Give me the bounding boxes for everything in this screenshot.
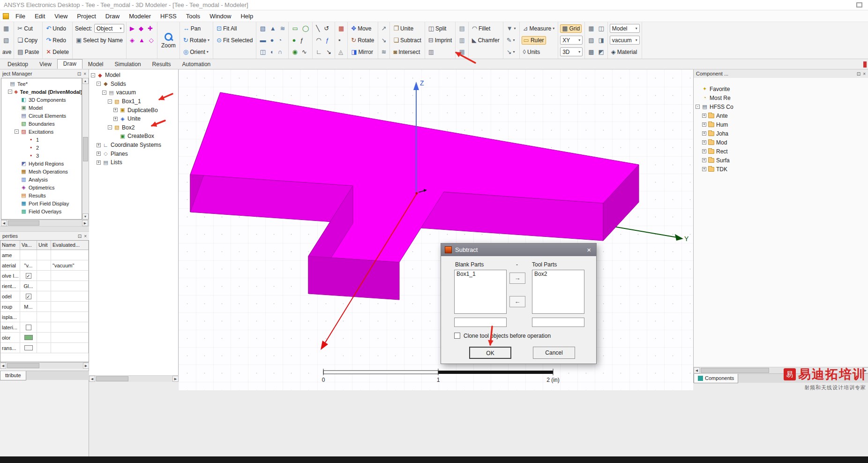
toolbar-item[interactable]: ▭ Ruler ▾ xyxy=(522,36,546,45)
toolbar-item[interactable]: ▲ ▾ xyxy=(137,37,146,44)
scroll-right-button[interactable]: ▶ xyxy=(172,376,179,382)
project-tree-item[interactable]: ◩ Hybrid Regions xyxy=(2,159,81,167)
component-tree-item[interactable]: + Joha xyxy=(695,129,867,138)
toolbar-item[interactable]: ✎ ▾ xyxy=(505,37,516,44)
subtract-dialog-titlebar[interactable]: Subtract × xyxy=(441,243,596,256)
toolbar-item[interactable]: ↘ ▾ xyxy=(380,37,388,44)
property-row[interactable]: olve I... ✓ xyxy=(0,271,89,281)
scroll-up-button[interactable]: ▲ xyxy=(82,78,89,84)
component-tree-item[interactable]: + Rect xyxy=(695,147,867,156)
property-row[interactable]: roup M... xyxy=(0,302,89,312)
toolbar-item[interactable]: ∩ ▾ xyxy=(277,48,284,55)
move-to-tool-button[interactable]: → xyxy=(509,273,525,284)
toolbar-item[interactable]: ≋ ▾ xyxy=(380,48,388,55)
scroll-right-button[interactable]: ▶ xyxy=(83,363,89,369)
expand-toggle-icon[interactable]: + xyxy=(702,149,706,153)
toolbar-item[interactable]: ◬ ▾ xyxy=(337,48,344,55)
toolbar-item[interactable]: ❏ Subtract ▾ xyxy=(392,37,422,44)
toolbar-item[interactable]: ◯ ▾ xyxy=(301,25,311,32)
toolbar-item[interactable]: ▭ ▾ xyxy=(291,25,299,32)
toolbar-item[interactable]: ▪ ▾ xyxy=(337,37,342,44)
expand-toggle-icon[interactable] xyxy=(22,145,26,150)
scroll-right-button[interactable]: ▶ xyxy=(82,220,88,226)
tool-parts-list[interactable]: Box2 xyxy=(532,270,584,314)
expand-toggle-icon[interactable] xyxy=(15,106,19,110)
menu-item[interactable]: Edit xyxy=(30,13,50,20)
tool-parts-field[interactable] xyxy=(532,318,584,327)
menu-item[interactable]: Window xyxy=(205,13,236,20)
toolbar-item[interactable]: ▤ ▾ xyxy=(457,25,466,32)
model-tree-hscrollbar[interactable]: ◀ ▶ xyxy=(89,375,179,382)
toolbar-item[interactable]: ↷ Redo ▾ xyxy=(45,37,67,44)
toolbar-item[interactable]: ✕ Delete ▾ xyxy=(45,48,70,56)
expand-toggle-icon[interactable]: - xyxy=(102,91,106,95)
expand-toggle-icon[interactable] xyxy=(15,121,19,126)
cancel-button[interactable]: Cancel xyxy=(533,347,575,359)
expand-toggle-icon[interactable] xyxy=(3,82,7,86)
expand-toggle-icon[interactable] xyxy=(696,87,700,91)
component-tree-item[interactable]: ✦ Favorite xyxy=(695,84,867,93)
project-tree-item[interactable]: ▤ Results xyxy=(2,191,81,199)
toolbar-item[interactable]: ↗ ▾ xyxy=(380,25,388,32)
property-row[interactable]: rans... xyxy=(0,343,89,353)
pin-icon[interactable]: ⊡ xyxy=(77,71,81,76)
toolbar-item[interactable]: ↻ Rotate ▾ xyxy=(182,37,211,44)
ok-button[interactable]: OK xyxy=(469,347,511,359)
menu-item[interactable]: View xyxy=(50,13,72,20)
project-tree-item[interactable]: ▪ 3 xyxy=(2,152,81,159)
menu-item[interactable]: Draw xyxy=(101,13,124,20)
toolbar-item[interactable]: ◈ Material ▾ xyxy=(610,48,639,56)
toolbar-item[interactable]: ◣ Chamfer ▾ xyxy=(471,37,501,44)
toolbar-item[interactable]: ◉ ▾ xyxy=(291,48,299,55)
blank-parts-field[interactable] xyxy=(454,318,507,327)
model-tree-item[interactable]: + ▤ Lists xyxy=(90,158,177,167)
project-tree-item[interactable]: ▤ Circuit Elements xyxy=(2,112,81,120)
menu-item[interactable]: HFSS xyxy=(156,13,181,20)
toolbar-item[interactable]: ▦ ▾ xyxy=(457,48,466,55)
property-row[interactable]: ame xyxy=(0,250,89,260)
toolbar-item[interactable]: ● ▾ xyxy=(269,37,275,44)
menu-item[interactable]: File xyxy=(11,13,30,20)
expand-toggle-icon[interactable] xyxy=(15,169,19,174)
scroll-left-button[interactable]: ◀ xyxy=(1,220,7,226)
dialog-close-icon[interactable]: × xyxy=(585,246,592,254)
property-row[interactable]: lateri... xyxy=(0,322,89,333)
close-icon[interactable]: × xyxy=(863,71,866,76)
ribbon-tab[interactable]: Automation xyxy=(177,60,217,69)
menu-item[interactable]: Modeler xyxy=(124,13,156,20)
zoom-button[interactable]: Zoom xyxy=(157,22,180,59)
component-tree-item[interactable]: + Hum xyxy=(695,120,867,129)
property-checkbox[interactable]: ✓ xyxy=(26,294,31,299)
scroll-left-button[interactable]: ◀ xyxy=(694,367,700,373)
scroll-thumb[interactable] xyxy=(96,376,128,381)
property-row[interactable]: aterial "v... "vacuum" xyxy=(0,260,89,271)
toolbar-item[interactable]: Model ▾ xyxy=(610,24,640,33)
toolbar-item[interactable]: ▲ ▾ xyxy=(269,25,277,32)
toolbar-item[interactable]: ↔ Pan ▾ xyxy=(182,25,202,32)
toolbar-item[interactable]: ▦ Grid ▾ xyxy=(560,24,582,33)
toolbar-item[interactable]: ▦ ▾ xyxy=(587,25,595,32)
model-tree-item[interactable]: - ◆ Model xyxy=(90,71,177,80)
ribbon-tab[interactable]: Desktop xyxy=(2,60,34,69)
model-tree-item[interactable]: - ◆ Solids xyxy=(90,80,177,89)
expand-toggle-icon[interactable] xyxy=(15,193,19,197)
expand-toggle-icon[interactable]: - xyxy=(108,125,112,129)
toolbar-item[interactable]: ▧ ▾ xyxy=(587,37,595,44)
expand-toggle-icon[interactable] xyxy=(15,98,19,102)
expand-toggle-icon[interactable]: + xyxy=(702,122,706,127)
expand-toggle-icon[interactable]: - xyxy=(91,73,95,77)
menu-item[interactable]: Tools xyxy=(181,13,205,20)
menu-item[interactable]: Help xyxy=(236,13,258,20)
expand-toggle-icon[interactable]: + xyxy=(702,158,706,162)
toolbar-item[interactable]: ✥ Move ▾ xyxy=(350,25,373,32)
toolbar-item[interactable]: ◈ ▾ xyxy=(128,37,136,44)
model-tree-item[interactable]: + ∟ Coordinate Systems xyxy=(90,141,177,150)
expand-toggle-icon[interactable]: + xyxy=(97,143,101,147)
model-tree-item[interactable]: ▣ CreateBox xyxy=(90,132,177,141)
toolbar-item[interactable]: ◔ ▾ xyxy=(277,37,283,44)
expand-toggle-icon[interactable]: + xyxy=(702,114,706,118)
3d-viewport[interactable]: Z Y 0 1 2 (in) xyxy=(179,69,693,390)
toolbar-item[interactable]: ⊡ Fit All ▾ xyxy=(215,25,238,32)
expand-toggle-icon[interactable]: - xyxy=(97,82,101,86)
toolbar-item[interactable]: ◨ Mirror ▾ xyxy=(350,48,374,56)
